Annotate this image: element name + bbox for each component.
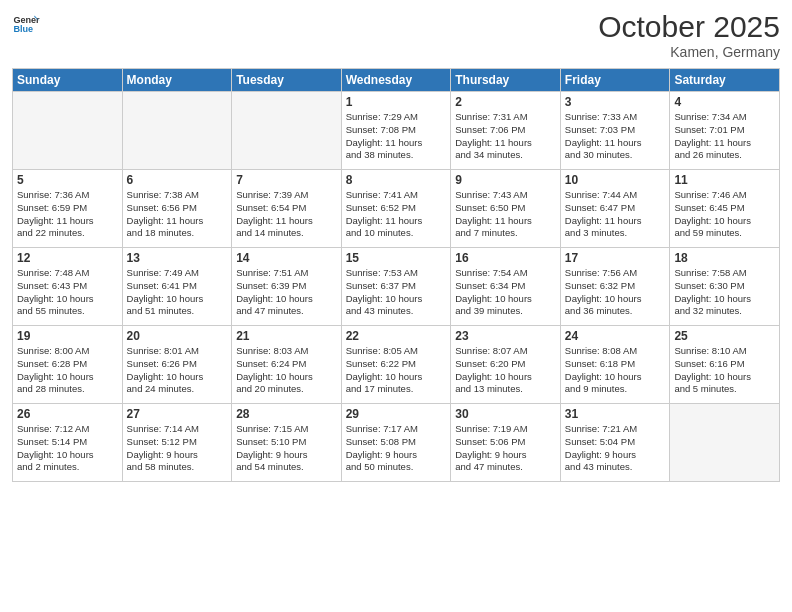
day-number: 13 xyxy=(127,251,228,265)
day-info: Sunrise: 7:14 AM Sunset: 5:12 PM Dayligh… xyxy=(127,423,228,474)
page: General Blue October 2025 Kamen, Germany… xyxy=(0,0,792,612)
day-info: Sunrise: 7:56 AM Sunset: 6:32 PM Dayligh… xyxy=(565,267,666,318)
header-row: Sunday Monday Tuesday Wednesday Thursday… xyxy=(13,69,780,92)
day-info: Sunrise: 7:53 AM Sunset: 6:37 PM Dayligh… xyxy=(346,267,447,318)
calendar-cell: 11Sunrise: 7:46 AM Sunset: 6:45 PM Dayli… xyxy=(670,170,780,248)
day-info: Sunrise: 7:33 AM Sunset: 7:03 PM Dayligh… xyxy=(565,111,666,162)
calendar-cell xyxy=(122,92,232,170)
calendar-week-1: 5Sunrise: 7:36 AM Sunset: 6:59 PM Daylig… xyxy=(13,170,780,248)
calendar-cell: 9Sunrise: 7:43 AM Sunset: 6:50 PM Daylig… xyxy=(451,170,561,248)
day-info: Sunrise: 7:41 AM Sunset: 6:52 PM Dayligh… xyxy=(346,189,447,240)
day-info: Sunrise: 8:00 AM Sunset: 6:28 PM Dayligh… xyxy=(17,345,118,396)
calendar-cell: 20Sunrise: 8:01 AM Sunset: 6:26 PM Dayli… xyxy=(122,326,232,404)
day-info: Sunrise: 7:29 AM Sunset: 7:08 PM Dayligh… xyxy=(346,111,447,162)
calendar-cell: 3Sunrise: 7:33 AM Sunset: 7:03 PM Daylig… xyxy=(560,92,670,170)
col-monday: Monday xyxy=(122,69,232,92)
day-info: Sunrise: 7:15 AM Sunset: 5:10 PM Dayligh… xyxy=(236,423,337,474)
day-info: Sunrise: 7:58 AM Sunset: 6:30 PM Dayligh… xyxy=(674,267,775,318)
calendar-cell xyxy=(670,404,780,482)
day-number: 27 xyxy=(127,407,228,421)
day-number: 25 xyxy=(674,329,775,343)
day-info: Sunrise: 7:12 AM Sunset: 5:14 PM Dayligh… xyxy=(17,423,118,474)
day-info: Sunrise: 7:36 AM Sunset: 6:59 PM Dayligh… xyxy=(17,189,118,240)
day-number: 28 xyxy=(236,407,337,421)
calendar-cell xyxy=(232,92,342,170)
title-block: October 2025 Kamen, Germany xyxy=(598,10,780,60)
calendar-table: Sunday Monday Tuesday Wednesday Thursday… xyxy=(12,68,780,482)
logo: General Blue xyxy=(12,10,40,38)
calendar-cell: 26Sunrise: 7:12 AM Sunset: 5:14 PM Dayli… xyxy=(13,404,123,482)
calendar-cell: 6Sunrise: 7:38 AM Sunset: 6:56 PM Daylig… xyxy=(122,170,232,248)
calendar-cell: 5Sunrise: 7:36 AM Sunset: 6:59 PM Daylig… xyxy=(13,170,123,248)
calendar-cell: 24Sunrise: 8:08 AM Sunset: 6:18 PM Dayli… xyxy=(560,326,670,404)
calendar-cell: 18Sunrise: 7:58 AM Sunset: 6:30 PM Dayli… xyxy=(670,248,780,326)
day-number: 9 xyxy=(455,173,556,187)
day-info: Sunrise: 8:08 AM Sunset: 6:18 PM Dayligh… xyxy=(565,345,666,396)
day-info: Sunrise: 8:07 AM Sunset: 6:20 PM Dayligh… xyxy=(455,345,556,396)
day-info: Sunrise: 7:51 AM Sunset: 6:39 PM Dayligh… xyxy=(236,267,337,318)
svg-text:General: General xyxy=(13,15,40,25)
svg-text:Blue: Blue xyxy=(13,24,33,34)
col-friday: Friday xyxy=(560,69,670,92)
calendar-cell: 28Sunrise: 7:15 AM Sunset: 5:10 PM Dayli… xyxy=(232,404,342,482)
day-number: 3 xyxy=(565,95,666,109)
day-number: 24 xyxy=(565,329,666,343)
day-info: Sunrise: 7:54 AM Sunset: 6:34 PM Dayligh… xyxy=(455,267,556,318)
calendar-week-3: 19Sunrise: 8:00 AM Sunset: 6:28 PM Dayli… xyxy=(13,326,780,404)
day-info: Sunrise: 7:43 AM Sunset: 6:50 PM Dayligh… xyxy=(455,189,556,240)
day-number: 31 xyxy=(565,407,666,421)
calendar-cell: 8Sunrise: 7:41 AM Sunset: 6:52 PM Daylig… xyxy=(341,170,451,248)
day-info: Sunrise: 7:49 AM Sunset: 6:41 PM Dayligh… xyxy=(127,267,228,318)
col-wednesday: Wednesday xyxy=(341,69,451,92)
calendar-cell: 27Sunrise: 7:14 AM Sunset: 5:12 PM Dayli… xyxy=(122,404,232,482)
calendar-cell: 12Sunrise: 7:48 AM Sunset: 6:43 PM Dayli… xyxy=(13,248,123,326)
header: General Blue October 2025 Kamen, Germany xyxy=(12,10,780,60)
day-info: Sunrise: 7:48 AM Sunset: 6:43 PM Dayligh… xyxy=(17,267,118,318)
day-info: Sunrise: 8:10 AM Sunset: 6:16 PM Dayligh… xyxy=(674,345,775,396)
col-tuesday: Tuesday xyxy=(232,69,342,92)
day-number: 10 xyxy=(565,173,666,187)
calendar-cell: 25Sunrise: 8:10 AM Sunset: 6:16 PM Dayli… xyxy=(670,326,780,404)
day-number: 17 xyxy=(565,251,666,265)
day-number: 19 xyxy=(17,329,118,343)
calendar-cell: 23Sunrise: 8:07 AM Sunset: 6:20 PM Dayli… xyxy=(451,326,561,404)
col-sunday: Sunday xyxy=(13,69,123,92)
calendar-week-0: 1Sunrise: 7:29 AM Sunset: 7:08 PM Daylig… xyxy=(13,92,780,170)
calendar-cell: 1Sunrise: 7:29 AM Sunset: 7:08 PM Daylig… xyxy=(341,92,451,170)
calendar-cell: 15Sunrise: 7:53 AM Sunset: 6:37 PM Dayli… xyxy=(341,248,451,326)
day-number: 7 xyxy=(236,173,337,187)
day-info: Sunrise: 7:39 AM Sunset: 6:54 PM Dayligh… xyxy=(236,189,337,240)
calendar-cell: 16Sunrise: 7:54 AM Sunset: 6:34 PM Dayli… xyxy=(451,248,561,326)
day-number: 2 xyxy=(455,95,556,109)
day-number: 8 xyxy=(346,173,447,187)
calendar-cell: 19Sunrise: 8:00 AM Sunset: 6:28 PM Dayli… xyxy=(13,326,123,404)
calendar-cell: 2Sunrise: 7:31 AM Sunset: 7:06 PM Daylig… xyxy=(451,92,561,170)
day-info: Sunrise: 7:17 AM Sunset: 5:08 PM Dayligh… xyxy=(346,423,447,474)
calendar-cell: 14Sunrise: 7:51 AM Sunset: 6:39 PM Dayli… xyxy=(232,248,342,326)
day-number: 30 xyxy=(455,407,556,421)
day-number: 14 xyxy=(236,251,337,265)
col-thursday: Thursday xyxy=(451,69,561,92)
day-info: Sunrise: 7:44 AM Sunset: 6:47 PM Dayligh… xyxy=(565,189,666,240)
day-info: Sunrise: 8:01 AM Sunset: 6:26 PM Dayligh… xyxy=(127,345,228,396)
logo-icon: General Blue xyxy=(12,10,40,38)
day-number: 15 xyxy=(346,251,447,265)
day-info: Sunrise: 7:31 AM Sunset: 7:06 PM Dayligh… xyxy=(455,111,556,162)
calendar-cell: 10Sunrise: 7:44 AM Sunset: 6:47 PM Dayli… xyxy=(560,170,670,248)
day-number: 12 xyxy=(17,251,118,265)
location: Kamen, Germany xyxy=(598,44,780,60)
calendar-week-4: 26Sunrise: 7:12 AM Sunset: 5:14 PM Dayli… xyxy=(13,404,780,482)
calendar-cell: 4Sunrise: 7:34 AM Sunset: 7:01 PM Daylig… xyxy=(670,92,780,170)
day-info: Sunrise: 7:46 AM Sunset: 6:45 PM Dayligh… xyxy=(674,189,775,240)
calendar-week-2: 12Sunrise: 7:48 AM Sunset: 6:43 PM Dayli… xyxy=(13,248,780,326)
day-info: Sunrise: 7:19 AM Sunset: 5:06 PM Dayligh… xyxy=(455,423,556,474)
day-info: Sunrise: 8:03 AM Sunset: 6:24 PM Dayligh… xyxy=(236,345,337,396)
calendar-cell: 29Sunrise: 7:17 AM Sunset: 5:08 PM Dayli… xyxy=(341,404,451,482)
day-number: 22 xyxy=(346,329,447,343)
calendar-cell xyxy=(13,92,123,170)
day-number: 1 xyxy=(346,95,447,109)
calendar-cell: 30Sunrise: 7:19 AM Sunset: 5:06 PM Dayli… xyxy=(451,404,561,482)
day-info: Sunrise: 7:38 AM Sunset: 6:56 PM Dayligh… xyxy=(127,189,228,240)
day-number: 26 xyxy=(17,407,118,421)
day-number: 18 xyxy=(674,251,775,265)
